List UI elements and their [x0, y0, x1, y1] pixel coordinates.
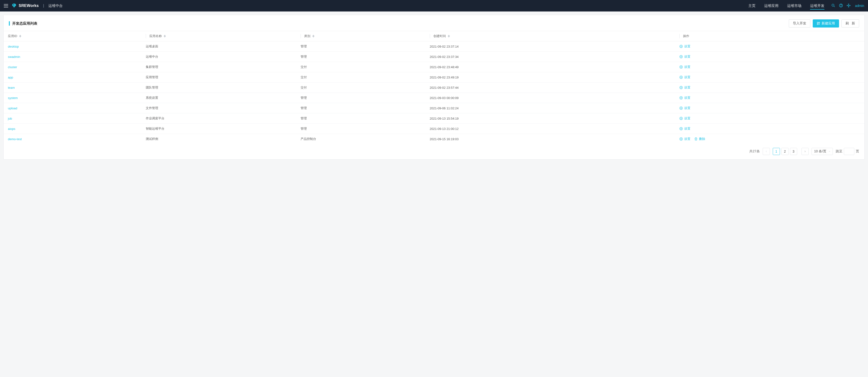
brand-subtitle: 运维中台	[48, 4, 63, 8]
svg-rect-13	[817, 22, 818, 23]
app-id-link[interactable]: upload	[8, 106, 17, 110]
svg-point-7	[847, 5, 847, 6]
page-card: 开发态应用列表 导入开发 新建应用 刷 新 应用ID	[3, 15, 865, 160]
svg-point-23	[681, 97, 682, 98]
gear-icon	[679, 45, 683, 48]
app-created: 2021-09-06 11:02:24	[430, 106, 459, 110]
app-name: 运维桌面	[146, 44, 158, 48]
sort-icon[interactable]	[19, 35, 21, 37]
topnav-item[interactable]: 运维开发	[810, 1, 825, 11]
gear-icon	[679, 96, 683, 99]
settings-link[interactable]: 设置	[679, 127, 690, 131]
app-created: 2021-09-02 23:48:49	[430, 65, 459, 69]
sort-icon[interactable]	[312, 35, 314, 37]
search-icon[interactable]	[831, 3, 835, 8]
jump-label: 跳至	[836, 149, 842, 154]
gear-icon	[679, 55, 683, 58]
app-name: 智能运维平台	[146, 127, 164, 130]
brand-block[interactable]: SREWorks | 运维中台	[11, 3, 63, 8]
settings-link[interactable]: 设置	[679, 106, 690, 110]
app-id-link[interactable]: desktop	[8, 45, 19, 48]
refresh-button[interactable]: 刷 新	[841, 20, 859, 28]
prev-page-button[interactable]	[763, 148, 770, 155]
app-created: 2021-09-02 23:49:19	[430, 75, 459, 79]
app-name: 应用管理	[146, 75, 158, 79]
svg-point-6	[848, 6, 849, 7]
svg-line-1	[834, 6, 835, 7]
sort-icon[interactable]	[164, 35, 166, 37]
settings-link[interactable]: 设置	[679, 137, 690, 141]
app-id-link[interactable]: cluster	[8, 65, 17, 69]
grid-plus-icon	[817, 22, 820, 25]
table-row: app 应用管理 交付 2021-09-02 23:49:19 设置	[4, 72, 864, 83]
table-row: upload 文件管理 管理 2021-09-06 11:02:24 设置	[4, 103, 864, 114]
chevron-down-icon	[828, 150, 831, 153]
svg-point-8	[849, 5, 850, 6]
settings-link[interactable]: 设置	[679, 116, 690, 121]
svg-point-22	[681, 87, 682, 88]
topnav-item[interactable]: 运维应用	[764, 1, 778, 11]
settings-link[interactable]: 设置	[679, 44, 690, 49]
create-app-label: 新建应用	[822, 21, 835, 26]
page-size-select[interactable]: 10 条/页	[811, 148, 833, 155]
settings-link[interactable]: 设置	[679, 75, 690, 80]
col-ops: 操作	[683, 34, 689, 38]
user-name[interactable]: admin	[855, 4, 864, 8]
table-row: demo-test 测试样例 产品控制台 2021-09-15 16:19:03…	[4, 134, 864, 144]
brand-name: SREWorks	[19, 4, 39, 8]
app-table: 应用ID 应用名称	[4, 31, 864, 144]
app-id-link[interactable]: demo-test	[8, 137, 22, 141]
app-name: 作业调度平台	[146, 117, 164, 120]
total-count: 共27条	[749, 149, 760, 154]
table-row: aiops 智能运维平台 管理 2021-09-13 21:00:12 设置	[4, 124, 864, 134]
page-number-button[interactable]: 2	[781, 148, 788, 155]
svg-point-24	[681, 108, 682, 108]
jump-page-input[interactable]	[844, 148, 855, 155]
title-accent	[9, 21, 10, 26]
trash-icon	[694, 137, 698, 140]
import-button[interactable]: 导入开发	[789, 20, 810, 28]
settings-link[interactable]: 设置	[679, 96, 690, 100]
logo-icon	[11, 3, 17, 8]
svg-point-3	[841, 6, 841, 6]
app-name: 系统设置	[146, 96, 158, 99]
menu-toggle-icon[interactable]	[4, 4, 8, 7]
page-number-button[interactable]: 3	[790, 148, 797, 155]
app-id-link[interactable]: aiops	[8, 127, 15, 131]
apps-icon[interactable]	[846, 3, 851, 8]
help-icon[interactable]	[839, 3, 843, 8]
page-size-label: 10 条/页	[814, 149, 826, 154]
next-page-button[interactable]	[802, 148, 809, 155]
app-id-link[interactable]: swadmin	[8, 55, 20, 59]
page-title: 开发态应用列表	[12, 21, 37, 26]
app-id-link[interactable]: app	[8, 75, 13, 79]
svg-point-19	[681, 56, 682, 57]
brand-separator: |	[43, 4, 44, 8]
svg-point-25	[681, 118, 682, 119]
app-created: 2021-09-13 15:54:19	[430, 117, 459, 120]
settings-link[interactable]: 设置	[679, 85, 690, 90]
settings-link[interactable]: 设置	[679, 55, 690, 59]
topnav-item[interactable]: 主页	[748, 1, 755, 11]
gear-icon	[679, 127, 683, 130]
app-id-link[interactable]: job	[8, 117, 12, 120]
app-id-link[interactable]: system	[8, 96, 18, 100]
app-created: 2021-09-15 16:19:03	[430, 137, 459, 141]
page-number-button[interactable]: 1	[773, 148, 780, 155]
gear-icon	[679, 106, 683, 110]
gear-icon	[679, 75, 683, 79]
sort-icon[interactable]	[448, 35, 450, 37]
topnav-item[interactable]: 运维市场	[787, 1, 802, 11]
svg-point-0	[832, 4, 834, 6]
svg-point-5	[848, 4, 849, 4]
create-app-button[interactable]: 新建应用	[813, 20, 839, 28]
app-category: 产品控制台	[301, 137, 316, 140]
settings-link[interactable]: 设置	[679, 65, 690, 69]
svg-point-20	[681, 66, 682, 67]
app-category: 管理	[301, 96, 307, 99]
app-created: 2021-09-13 21:00:12	[430, 127, 459, 131]
col-created: 创建时间	[433, 34, 446, 38]
app-category: 管理	[301, 106, 307, 110]
app-id-link[interactable]: team	[8, 86, 15, 90]
delete-link[interactable]: 删除	[694, 137, 705, 141]
